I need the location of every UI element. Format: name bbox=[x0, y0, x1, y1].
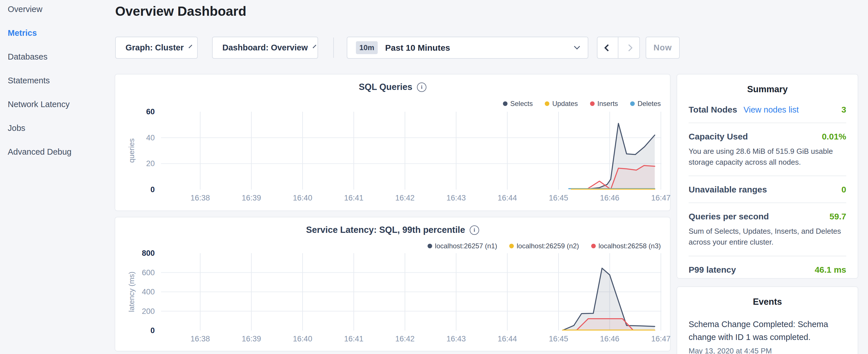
controls-divider bbox=[333, 37, 334, 58]
chart-legend: localhost:26257 (n1) localhost:26259 (n2… bbox=[428, 242, 661, 250]
y-axis-tick: 20 bbox=[115, 159, 155, 168]
x-axis-tick: 16:39 bbox=[236, 194, 267, 202]
service-latency-chart-card: Service Latency: SQL, 99th percentile i … bbox=[115, 217, 671, 351]
event-list-item[interactable]: Schema Change Completed: Schema change w… bbox=[677, 307, 858, 354]
graph-scope-dropdown[interactable]: Graph: Cluster bbox=[115, 37, 198, 59]
time-range-badge: 10m bbox=[356, 41, 378, 54]
chart-title: Service Latency: SQL, 99th percentile bbox=[306, 225, 465, 235]
summary-row-value: 0 bbox=[841, 185, 846, 194]
app-root: Overview Metrics Databases Statements Ne… bbox=[0, 0, 868, 354]
dashboard-dropdown[interactable]: Dashboard: Overview bbox=[212, 37, 318, 59]
summary-row-unavailable-ranges: Unavailable ranges 0 bbox=[689, 176, 846, 203]
x-axis-tick: 16:40 bbox=[287, 334, 318, 344]
y-axis-tick: 0 bbox=[115, 326, 155, 335]
summary-row-label: P99 latency bbox=[689, 265, 736, 275]
legend-item-n3[interactable]: localhost:26258 (n3) bbox=[591, 242, 661, 250]
sidebar-item-overview[interactable]: Overview bbox=[8, 4, 72, 14]
time-step-buttons bbox=[597, 37, 640, 59]
chevron-right-icon bbox=[625, 44, 632, 51]
x-axis-tick: 16:38 bbox=[185, 194, 216, 202]
legend-label: localhost:26257 (n1) bbox=[435, 242, 497, 250]
legend-label: Updates bbox=[552, 100, 578, 108]
legend-label: Selects bbox=[510, 100, 533, 108]
legend-item-selects[interactable]: Selects bbox=[503, 100, 533, 108]
x-axis-tick: 16:46 bbox=[594, 194, 626, 202]
series-color-dot bbox=[590, 101, 595, 106]
chevron-down-icon bbox=[313, 45, 316, 49]
series-color-dot bbox=[509, 244, 514, 248]
y-axis-tick: 400 bbox=[115, 288, 155, 296]
y-axis-tick: 40 bbox=[115, 133, 155, 142]
x-axis-tick: 16:41 bbox=[338, 334, 370, 344]
legend-label: localhost:26258 (n3) bbox=[599, 242, 661, 250]
legend-item-inserts[interactable]: Inserts bbox=[590, 100, 618, 108]
info-icon[interactable]: i bbox=[470, 225, 479, 235]
sidebar-item-network-latency[interactable]: Network Latency bbox=[8, 99, 72, 109]
time-range-dropdown[interactable]: 10m Past 10 Minutes bbox=[347, 37, 588, 59]
chevron-down-icon bbox=[189, 45, 192, 49]
legend-label: localhost:26259 (n2) bbox=[517, 242, 579, 250]
sidebar-item-jobs[interactable]: Jobs bbox=[8, 123, 72, 133]
view-nodes-list-link[interactable]: View nodes list bbox=[743, 105, 799, 115]
series-color-dot bbox=[591, 244, 596, 248]
summary-title: Summary bbox=[677, 74, 858, 95]
y-axis-tick: 800 bbox=[115, 249, 155, 258]
graph-scope-dropdown-label: Graph: Cluster bbox=[125, 43, 184, 53]
x-axis-tick: 16:45 bbox=[543, 334, 574, 344]
summary-row-description: You are using 28.6 MiB of 515.9 GiB usab… bbox=[689, 146, 846, 167]
x-axis-tick: 16:44 bbox=[492, 194, 523, 202]
summary-panel: Summary Total Nodes View nodes list 3 Ca… bbox=[677, 74, 858, 279]
event-message: Schema Change Completed: Schema change w… bbox=[689, 318, 846, 344]
info-icon[interactable]: i bbox=[417, 83, 426, 92]
chart-legend: Selects Updates Inserts Deletes bbox=[503, 100, 661, 108]
now-button[interactable]: Now bbox=[646, 37, 680, 59]
x-axis-tick: 16:44 bbox=[492, 334, 523, 344]
x-axis-tick: 16:42 bbox=[389, 334, 421, 344]
x-axis-tick: 16:43 bbox=[440, 334, 472, 344]
legend-label: Inserts bbox=[597, 100, 618, 108]
service-latency-chart: Service Latency: SQL, 99th percentile i … bbox=[115, 217, 670, 351]
series-color-dot bbox=[428, 244, 432, 248]
series-color-dot bbox=[545, 101, 549, 106]
sidebar-item-statements[interactable]: Statements bbox=[8, 75, 72, 86]
y-axis-tick: 60 bbox=[115, 107, 155, 116]
summary-row-value: 3 bbox=[841, 105, 846, 115]
chevron-left-icon bbox=[604, 44, 611, 51]
x-axis-tick: 16:43 bbox=[440, 194, 472, 202]
chart-plot-area[interactable] bbox=[161, 253, 661, 330]
chart-title: SQL Queries bbox=[359, 82, 412, 92]
time-step-forward-button[interactable] bbox=[618, 37, 639, 58]
series-color-dot bbox=[630, 101, 635, 106]
sql-queries-chart-card: SQL Queries i Selects Updates Inserts De… bbox=[115, 74, 671, 211]
legend-item-n1[interactable]: localhost:26257 (n1) bbox=[428, 242, 497, 250]
x-axis-tick: 16:47 bbox=[645, 334, 677, 344]
sidebar-item-metrics[interactable]: Metrics bbox=[8, 28, 72, 38]
event-timestamp: May 13, 2020 at 4:45 PM bbox=[689, 347, 846, 354]
legend-item-updates[interactable]: Updates bbox=[545, 100, 578, 108]
summary-row-queries-per-second: Queries per second 59.7 Sum of Selects, … bbox=[689, 203, 846, 256]
summary-row-total-nodes: Total Nodes View nodes list 3 bbox=[689, 96, 846, 123]
y-axis-tick: 600 bbox=[115, 268, 155, 277]
x-axis-tick: 16:47 bbox=[645, 194, 677, 202]
legend-item-n2[interactable]: localhost:26259 (n2) bbox=[509, 242, 579, 250]
x-axis-tick: 16:45 bbox=[543, 194, 574, 202]
chevron-down-icon bbox=[574, 43, 580, 50]
summary-row-description: Sum of Selects, Updates, Inserts, and De… bbox=[689, 226, 846, 248]
legend-item-deletes[interactable]: Deletes bbox=[630, 100, 661, 108]
summary-row-value: 46.1 ms bbox=[815, 265, 846, 275]
summary-row-label: Queries per second bbox=[689, 212, 769, 221]
sidebar-item-databases[interactable]: Databases bbox=[8, 52, 72, 62]
sql-queries-chart: SQL Queries i Selects Updates Inserts De… bbox=[115, 74, 670, 211]
summary-row-value: 0.01% bbox=[822, 132, 846, 141]
summary-row-label: Unavailable ranges bbox=[689, 185, 767, 194]
time-range-label: Past 10 Minutes bbox=[385, 43, 575, 53]
time-step-back-button[interactable] bbox=[597, 37, 618, 58]
x-axis-tick: 16:38 bbox=[185, 334, 216, 344]
series-color-dot bbox=[503, 101, 507, 106]
chart-plot-area[interactable] bbox=[161, 112, 661, 190]
x-axis-tick: 16:41 bbox=[338, 194, 370, 202]
summary-row-p99-latency: P99 latency 46.1 ms bbox=[689, 256, 846, 283]
summary-row-label: Total Nodes bbox=[689, 105, 737, 115]
y-axis-tick: 200 bbox=[115, 307, 155, 316]
sidebar-item-advanced-debug[interactable]: Advanced Debug bbox=[8, 147, 72, 157]
